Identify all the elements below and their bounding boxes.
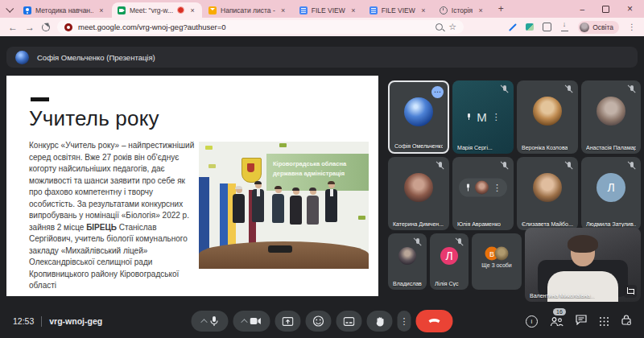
meeting-code: vrg-wnoj-geg	[49, 316, 102, 326]
forward-icon[interactable]: →	[25, 23, 35, 32]
activities-apps-icon[interactable]	[599, 316, 609, 327]
avatar	[533, 173, 562, 202]
url-text[interactable]: meet.google.com/vrg-wnoj-geg?authuser=0	[78, 23, 430, 31]
participant-tile-yulia[interactable]: Юлія Авраменко	[452, 157, 514, 230]
participant-name: Лілія Сус	[435, 281, 459, 286]
end-call-button[interactable]	[416, 310, 453, 332]
maximize-icon[interactable]	[602, 6, 609, 13]
slide-body-text: Конкурс «Учитель року» – найпрестижніший…	[29, 140, 198, 292]
participant-count-badge: 16	[553, 308, 566, 315]
stacked-avatars: В	[485, 247, 509, 261]
meet-favicon-icon	[118, 6, 126, 14]
pin-icon[interactable]	[465, 113, 472, 121]
tab-metodyka[interactable]: Методика навчан...	[18, 2, 111, 18]
participant-name: Софія Омельченко	[394, 143, 443, 149]
close-tab-icon[interactable]	[349, 6, 357, 14]
chevron-up-icon[interactable]	[241, 319, 247, 325]
tile-menu-button[interactable]	[431, 86, 444, 98]
tab-meet[interactable]: Meet: "vrg-w...	[112, 2, 202, 18]
participant-name: Марія Сергі...	[457, 145, 493, 150]
end-call-icon	[428, 318, 441, 324]
presenter-avatar	[15, 51, 29, 64]
participant-tile-sofia[interactable]: Софія Омельченко	[388, 80, 449, 154]
info-icon[interactable]	[526, 315, 538, 328]
image-extension-icon[interactable]	[526, 23, 534, 31]
captions-icon	[344, 317, 355, 326]
host-controls-button[interactable]	[621, 314, 631, 328]
presenter-banner-label: Софія Омельченко (Презентація)	[37, 53, 155, 62]
zoom-icon[interactable]	[436, 23, 443, 31]
divider	[41, 316, 42, 327]
downloads-icon[interactable]	[560, 23, 569, 31]
photo-wall-mark	[279, 143, 287, 147]
avatar	[597, 97, 625, 126]
reload-icon[interactable]	[42, 23, 50, 31]
participant-tile-anastasia[interactable]: Анастасія Паламар...	[581, 80, 641, 154]
tab-fileview-2[interactable]: FILE VIEW	[364, 2, 433, 18]
close-tab-icon[interactable]	[97, 6, 105, 14]
crop-icon[interactable]	[624, 285, 637, 298]
camera-button[interactable]	[233, 311, 270, 332]
more-options-icon	[400, 316, 409, 327]
participant-tile-maria[interactable]: M Марія Сергі...	[452, 80, 514, 154]
present-button[interactable]	[275, 311, 301, 332]
close-window-icon[interactable]	[627, 3, 633, 14]
bookmark-star-icon[interactable]	[448, 23, 456, 31]
tab-fileview-1[interactable]: FILE VIEW	[294, 2, 363, 18]
more-people-label: Ще 3 особи	[472, 262, 522, 268]
address-bar[interactable]: meet.google.com/vrg-wnoj-geg?authuser=0	[57, 20, 464, 34]
mic-off-icon	[564, 161, 573, 171]
people-button[interactable]: 16	[550, 316, 564, 327]
mic-button[interactable]	[192, 311, 229, 332]
slide-title: Учитель року	[29, 106, 159, 131]
mic-off-icon	[627, 84, 636, 94]
participant-tile-liudmyla[interactable]: Л Людмила Затулив...	[581, 157, 641, 230]
pin-icon[interactable]	[464, 184, 471, 192]
participant-tile-kateryna[interactable]: Катерина Димчен...	[388, 157, 449, 230]
meeting-info: 12:53 vrg-wnoj-geg	[13, 316, 102, 327]
profile-button[interactable]: Освіта	[578, 21, 619, 34]
captions-button[interactable]	[336, 311, 362, 332]
avatar	[475, 181, 489, 195]
tab-search-button[interactable]	[0, 2, 18, 16]
raise-hand-button[interactable]	[367, 311, 393, 332]
chat-button[interactable]	[576, 314, 587, 328]
new-tab-button[interactable]	[493, 2, 508, 16]
participant-tile-veronika[interactable]: Вероніка Козлова	[517, 80, 578, 154]
chevron-up-icon[interactable]	[200, 319, 207, 325]
more-options-button[interactable]	[398, 311, 411, 332]
sign-line-2: державна адміністрація	[273, 169, 369, 179]
toolbar-extensions: Освіта	[508, 21, 636, 34]
tab-mail[interactable]: Написати листа -	[203, 2, 293, 18]
participant-name: Юлія Авраменко	[457, 221, 501, 227]
close-tab-icon[interactable]	[188, 6, 196, 14]
tile-hover-controls	[459, 179, 507, 197]
pen-extension-icon[interactable]	[508, 23, 517, 31]
clock-time: 12:53	[13, 316, 34, 326]
more-people-tile[interactable]: В Ще 3 особи	[472, 233, 522, 290]
participant-tile-yelyzaveta[interactable]: Єлизавета Майбо...	[517, 157, 578, 230]
photo-person	[307, 188, 319, 225]
participant-tile-valentyna-video[interactable]: Валентина Миколаївна...	[525, 228, 641, 302]
photo-administration-sign: Кіровоградська обласна державна адмініст…	[266, 154, 369, 191]
minimize-icon[interactable]	[580, 5, 584, 14]
browser-menu-icon[interactable]	[628, 23, 636, 31]
browser-toolbar: ← → meet.google.com/vrg-wnoj-geg?authuse…	[0, 18, 644, 36]
close-tab-icon[interactable]	[419, 6, 427, 14]
close-tab-icon[interactable]	[477, 6, 485, 14]
participant-tile-lilia[interactable]: Л Лілія Сус	[430, 233, 469, 290]
photo-person	[290, 188, 302, 225]
slide-body-part1: Конкурс «Учитель року» – найпрестижніший…	[29, 141, 194, 232]
back-icon[interactable]: ←	[8, 23, 18, 32]
participant-tile-vladyslav[interactable]: Владислав І...	[388, 233, 427, 290]
extensions-icon[interactable]	[543, 23, 551, 31]
tab-history[interactable]: Історія	[434, 2, 490, 18]
more-options-icon[interactable]	[493, 183, 502, 193]
more-options-icon[interactable]	[492, 112, 501, 122]
reactions-button[interactable]	[306, 311, 332, 332]
meet-main-area: Софія Омельченко (Презентація) Учитель р…	[0, 36, 644, 304]
close-tab-icon[interactable]	[279, 6, 287, 14]
chat-icon	[576, 315, 587, 325]
tab-label: FILE VIEW	[382, 6, 415, 14]
mic-off-icon	[564, 84, 573, 94]
